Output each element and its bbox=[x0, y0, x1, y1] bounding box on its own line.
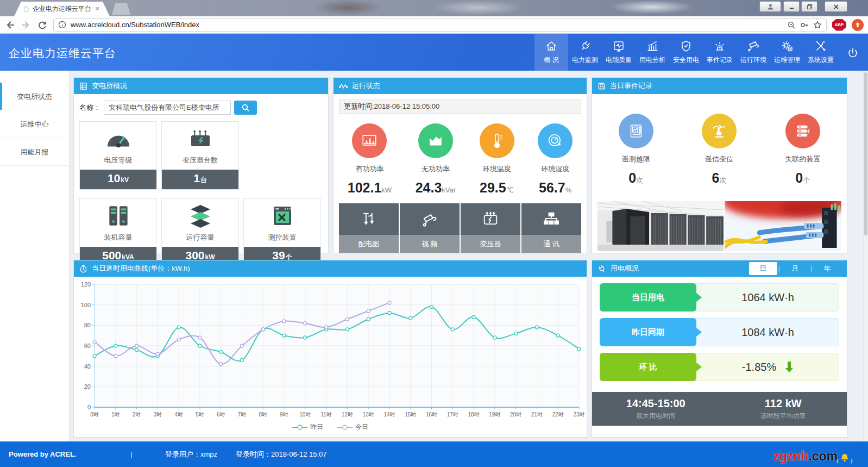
server-racks-icon bbox=[80, 199, 156, 233]
nav-item-environment[interactable]: 运行环境 bbox=[737, 34, 770, 71]
restore-button[interactable] bbox=[801, 1, 817, 12]
stat-active-power: 有功功率 102.1kW bbox=[348, 123, 392, 196]
info-icon[interactable] bbox=[58, 21, 66, 29]
svg-text:80: 80 bbox=[84, 322, 91, 328]
substation-name-input[interactable] bbox=[104, 101, 231, 115]
new-tab-button[interactable] bbox=[112, 3, 130, 15]
tab-close-icon[interactable]: ✕ bbox=[95, 6, 100, 12]
zoom-icon[interactable] bbox=[787, 21, 796, 29]
profile-button[interactable] bbox=[759, 1, 781, 12]
card-transformer-count: 变压器台数 1台 bbox=[161, 121, 239, 190]
nav-item-safety[interactable]: 安全用电 bbox=[669, 34, 703, 71]
plug-small-icon bbox=[597, 264, 606, 273]
back-icon[interactable] bbox=[4, 20, 15, 30]
action-transformer[interactable]: 变压器 bbox=[461, 203, 520, 253]
tab-year[interactable]: 年 bbox=[813, 262, 841, 275]
legend-item[interactable]: 今日 bbox=[337, 422, 368, 432]
nav-item-ops-management[interactable]: 运维管理 bbox=[770, 34, 804, 71]
search-button[interactable] bbox=[234, 101, 257, 115]
shield-icon bbox=[680, 40, 693, 53]
page-icon bbox=[24, 5, 29, 13]
panel-header: 用电概况 日 | 月 | 年 bbox=[592, 260, 847, 277]
url-text[interactable]: www.acrelcloud.cn/SubstationWEB/index bbox=[71, 21, 783, 29]
svg-text:120: 120 bbox=[81, 281, 91, 288]
panel-header: 运行状态 bbox=[334, 78, 587, 94]
logout-power-button[interactable] bbox=[842, 42, 864, 64]
url-box[interactable]: www.acrelcloud.cn/SubstationWEB/index bbox=[53, 18, 827, 32]
plug-icon bbox=[576, 37, 594, 55]
svg-text:0: 0 bbox=[87, 404, 91, 410]
card-installed-capacity: 装机容量 500kVA bbox=[79, 198, 157, 267]
svg-text:20时: 20时 bbox=[510, 412, 521, 418]
nav-item-power-monitor[interactable]: 电力监测 bbox=[568, 34, 602, 71]
event-stats: 遥测越限 0次 遥信变位 6次 失联的装置 0个 bbox=[592, 94, 847, 198]
row-today-usage: 当日用电 1064 kW·h bbox=[600, 283, 839, 312]
sidebar-item-ops-center[interactable]: 运维中心 bbox=[0, 110, 69, 138]
app-header: 企业电力运维云平台 概 况 电力监测 电能质量 用电分析 安全用电 事件记录 运… bbox=[0, 34, 868, 71]
card-running-capacity: 运行容量 300kW bbox=[161, 198, 239, 267]
tab-month[interactable]: 月 bbox=[781, 262, 809, 275]
transformer-icon bbox=[162, 122, 238, 155]
network-tree-icon bbox=[521, 203, 581, 235]
bookmark-star-icon[interactable] bbox=[813, 21, 822, 29]
person-icon bbox=[767, 3, 774, 10]
extension-up-icon[interactable] bbox=[852, 19, 864, 31]
today-events-panel: 当日事件记录 遥测越限 0次 遥信变位 6次 失联的装置 bbox=[592, 77, 847, 253]
svg-text:5时: 5时 bbox=[196, 412, 204, 418]
monitor-pulse-icon bbox=[612, 40, 625, 53]
svg-text:14时: 14时 bbox=[383, 412, 395, 418]
nav-item-overview[interactable]: 概 况 bbox=[534, 34, 568, 71]
stat-ambient-humidity: 环境湿度 56.7% bbox=[538, 123, 573, 196]
stat-offline-devices: 失联的装置 0个 bbox=[785, 114, 820, 186]
pulse-line-icon bbox=[339, 82, 348, 90]
minimize-button[interactable] bbox=[783, 1, 800, 12]
close-icon bbox=[833, 4, 839, 10]
sidebar-item-substation-status[interactable]: 变电所状态 bbox=[0, 83, 69, 110]
powered-by: Powered by ACREL. bbox=[9, 450, 76, 458]
svg-text:11时: 11时 bbox=[320, 412, 331, 418]
forward-icon[interactable] bbox=[21, 20, 32, 30]
nav-item-power-quality[interactable]: 电能质量 bbox=[602, 34, 636, 71]
nav-item-system-settings[interactable]: 系统设置 bbox=[804, 34, 838, 71]
tab-title: 企业电力运维云平台 bbox=[33, 4, 91, 14]
action-video[interactable]: 视 频 bbox=[400, 203, 460, 253]
period-tabs: 日 | 月 | 年 bbox=[749, 262, 841, 275]
refresh-icon[interactable] bbox=[37, 20, 48, 30]
adblock-extension-icon[interactable]: ABP bbox=[832, 19, 846, 31]
svg-text:1时: 1时 bbox=[111, 412, 120, 418]
nav-item-usage-analysis[interactable]: 用电分析 bbox=[636, 34, 669, 71]
tools-icon bbox=[814, 40, 827, 53]
overview-cards: 电压等级 10kV 变压器台数 1台 装机容量 500kVA bbox=[79, 121, 323, 267]
row-period-ratio: 环 比 -1.85% bbox=[600, 353, 839, 381]
down-arrow-icon bbox=[785, 361, 794, 373]
svg-text:12时: 12时 bbox=[342, 412, 353, 418]
telemetry-doc-icon bbox=[619, 114, 653, 148]
key-icon[interactable] bbox=[800, 21, 809, 29]
save-disk-icon bbox=[597, 82, 606, 90]
update-time-bar: 更新时间:2018-06-12 15:05:00 bbox=[339, 99, 581, 114]
browser-tab[interactable]: 企业电力运维云平台 ✕ bbox=[14, 2, 110, 16]
sidebar-item-energy-report[interactable]: 用能月报 bbox=[0, 138, 69, 166]
svg-text:15时: 15时 bbox=[405, 412, 416, 418]
panel-header: 变电所概况 bbox=[74, 78, 328, 94]
power-icon bbox=[846, 47, 859, 60]
search-icon bbox=[241, 103, 250, 112]
action-distribution-diagram[interactable]: 配电图 bbox=[339, 203, 399, 253]
page-scrollbar[interactable] bbox=[863, 71, 868, 441]
action-communication[interactable]: 通 讯 bbox=[521, 203, 581, 253]
scrollbar-thumb[interactable] bbox=[864, 72, 867, 235]
bar-chart-icon bbox=[646, 40, 659, 53]
usage-chart: 0204060801001200时1时2时3时4时5时6时7时8时9时10时11… bbox=[74, 277, 587, 421]
tab-day[interactable]: 日 bbox=[749, 262, 777, 275]
server-offline-icon bbox=[785, 114, 820, 148]
close-button[interactable] bbox=[825, 1, 847, 12]
svg-text:4时: 4时 bbox=[174, 412, 183, 418]
legend-item[interactable]: 昨日 bbox=[292, 422, 323, 432]
stat-signal-change: 遥信变位 6次 bbox=[702, 114, 737, 186]
table-icon bbox=[79, 82, 87, 90]
svg-text:9时: 9时 bbox=[280, 412, 288, 418]
status-stats: 有功功率 102.1kW 无功功率 24.3kVar 环境温度 29.5℃ bbox=[334, 119, 587, 203]
energy-footer: 14:45-15:00 最大用电时间 112 kW 该时段平均功率 bbox=[592, 392, 847, 426]
nav-item-event-log[interactable]: 事件记录 bbox=[703, 34, 737, 71]
panel-header: 当日事件记录 bbox=[592, 78, 847, 94]
